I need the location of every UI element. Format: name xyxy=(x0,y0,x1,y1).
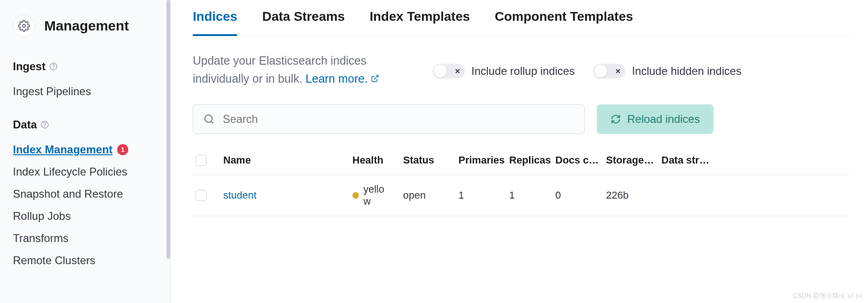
toggle-rollup[interactable] xyxy=(433,64,465,79)
external-link-icon xyxy=(371,74,379,83)
col-storage[interactable]: Storage… xyxy=(606,154,661,166)
col-name[interactable]: Name xyxy=(223,154,352,166)
help-icon[interactable] xyxy=(41,121,49,129)
toggle-hidden-label: Include hidden indices xyxy=(632,65,742,78)
help-icon[interactable] xyxy=(49,62,58,71)
header-row: Update your Elasticsearch indices indivi… xyxy=(193,52,850,88)
sidebar-title: Management xyxy=(44,18,129,34)
learn-more-link[interactable]: Learn more. xyxy=(306,72,368,85)
toggle-hidden-group: Include hidden indices xyxy=(593,64,742,79)
svg-point-2 xyxy=(53,68,54,68)
svg-point-0 xyxy=(23,24,26,28)
tabs: Indices Data Streams Index Templates Com… xyxy=(193,9,850,36)
close-icon xyxy=(454,67,461,75)
toggle-rollup-group: Include rollup indices xyxy=(433,64,575,79)
sidebar-item-remote-clusters[interactable]: Remote Clusters xyxy=(13,249,170,272)
sidebar-item-ingest-pipelines[interactable]: Ingest Pipelines xyxy=(13,80,170,103)
watermark: CSDN @张小猿૦( 'ω' )૦ xyxy=(793,292,862,300)
toggle-hidden[interactable] xyxy=(593,64,625,79)
row-checkbox[interactable] xyxy=(196,190,207,201)
health-dot-icon xyxy=(352,192,359,199)
toggle-knob xyxy=(434,65,446,78)
health-cell: yellow xyxy=(352,183,403,207)
svg-point-5 xyxy=(205,115,212,122)
notification-badge: 1 xyxy=(117,144,128,155)
col-health[interactable]: Health xyxy=(352,154,403,166)
replicas-cell: 1 xyxy=(509,189,555,201)
search-box[interactable] xyxy=(193,104,585,134)
primaries-cell: 1 xyxy=(458,189,509,201)
indices-table: Name Health Status Primaries Replicas Do… xyxy=(193,146,850,216)
close-icon xyxy=(614,67,622,75)
sidebar-item-index-lifecycle-policies[interactable]: Index Lifecycle Policies xyxy=(13,161,170,183)
toggle-rollup-label: Include rollup indices xyxy=(471,65,575,78)
storage-cell: 226b xyxy=(606,189,661,201)
index-name-link[interactable]: student xyxy=(223,189,352,201)
docs-cell: 0 xyxy=(555,189,606,201)
svg-point-4 xyxy=(45,126,45,127)
main-content: Indices Data Streams Index Templates Com… xyxy=(171,0,868,303)
tab-indices[interactable]: Indices xyxy=(193,9,237,36)
col-docs[interactable]: Docs c… xyxy=(555,154,606,166)
sidebar-item-snapshot-and-restore[interactable]: Snapshot and Restore xyxy=(13,183,170,205)
gear-icon xyxy=(13,15,35,37)
tab-data-streams[interactable]: Data Streams xyxy=(262,9,345,36)
reload-indices-button[interactable]: Reload indices xyxy=(597,104,713,134)
section-ingest-label: Ingest xyxy=(13,60,170,73)
sidebar-item-index-management[interactable]: Index Management 1 xyxy=(13,139,170,161)
sidebar: Management Ingest Ingest Pipelines Data … xyxy=(0,0,171,303)
sidebar-header: Management xyxy=(13,15,170,37)
intro-text: Update your Elasticsearch indices indivi… xyxy=(193,52,414,88)
toggle-knob xyxy=(594,65,607,78)
select-all-checkbox[interactable] xyxy=(196,155,207,166)
col-status[interactable]: Status xyxy=(403,154,458,166)
table-header: Name Health Status Primaries Replicas Do… xyxy=(193,146,850,175)
tab-index-templates[interactable]: Index Templates xyxy=(369,9,470,36)
refresh-icon xyxy=(611,114,621,124)
section-data-label: Data xyxy=(13,118,170,131)
search-input[interactable] xyxy=(223,113,574,126)
tab-component-templates[interactable]: Component Templates xyxy=(495,9,633,36)
sidebar-item-transforms[interactable]: Transforms xyxy=(13,227,170,249)
search-row: Reload indices xyxy=(193,104,850,134)
table-row: student yellow open 1 1 0 226b xyxy=(193,175,850,216)
col-primaries[interactable]: Primaries xyxy=(458,154,509,166)
col-replicas[interactable]: Replicas xyxy=(509,154,555,166)
sidebar-item-rollup-jobs[interactable]: Rollup Jobs xyxy=(13,205,170,227)
col-datastream[interactable]: Data str… xyxy=(661,154,712,166)
search-icon xyxy=(203,114,214,125)
status-cell: open xyxy=(403,189,458,201)
